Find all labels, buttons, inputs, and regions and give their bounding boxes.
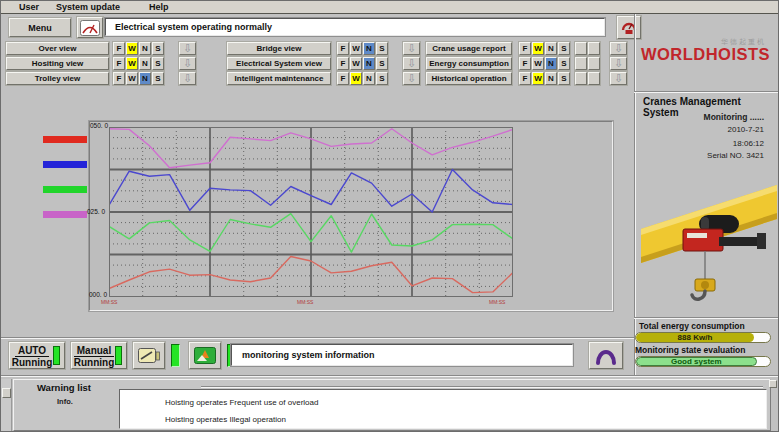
down-arrow-button-hositing-view[interactable]: ⇩ (179, 57, 196, 70)
toggle-blank-crane-usage-report[interactable] (575, 42, 587, 55)
down-arrow-button-trolley-view[interactable]: ⇩ (179, 72, 196, 85)
down-arrow-icon: ⇩ (614, 57, 623, 69)
xtick-right: MM:SS (489, 299, 505, 305)
menu-help[interactable]: Help (149, 2, 169, 12)
toggle-f-crane-usage-report[interactable]: F (519, 42, 531, 55)
view-button-bridge-view[interactable]: Bridge view (227, 42, 331, 55)
toggle-f-over-view[interactable]: F (113, 42, 125, 55)
manual-running-button[interactable]: Manual Running (71, 342, 127, 369)
toggle-n-hositing-view[interactable]: N (139, 57, 151, 70)
toggle-w-crane-usage-report[interactable]: W (532, 42, 544, 55)
toggle-s-hositing-view[interactable]: S (152, 57, 164, 70)
toggle-n-historical-operation[interactable]: N (545, 72, 557, 85)
toggle-blank-energy-consumption[interactable] (588, 57, 600, 70)
toggle-s-over-view[interactable]: S (152, 42, 164, 55)
manual-running-line2: Running (72, 357, 116, 368)
auto-running-line1: AUTO (15, 345, 49, 357)
toggle-s-electrical-system-view[interactable]: S (376, 57, 388, 70)
toggle-n-bridge-view[interactable]: N (363, 42, 375, 55)
toggle-blank-energy-consumption[interactable] (575, 57, 587, 70)
warning-list-box[interactable]: Hoisting operates Frequent use of overlo… (119, 389, 767, 429)
toggle-n-over-view[interactable]: N (139, 42, 151, 55)
toggle-n-energy-consumption[interactable]: N (545, 57, 557, 70)
down-arrow-button-historical-operation[interactable]: ⇩ (610, 72, 627, 85)
down-arrow-icon: ⇩ (614, 72, 623, 84)
toggle-w-intelligent-maintenance[interactable]: W (350, 72, 362, 85)
toggle-blank-crane-usage-report[interactable] (588, 42, 600, 55)
down-arrow-button-intelligent-maintenance[interactable]: ⇩ (403, 72, 420, 85)
toggle-s-intelligent-maintenance[interactable]: S (376, 72, 388, 85)
magnet-arc-button[interactable] (589, 342, 623, 369)
down-arrow-button-crane-usage-report[interactable]: ⇩ (610, 42, 627, 55)
toggle-s-crane-usage-report[interactable]: S (558, 42, 570, 55)
legend-swatch-current (43, 136, 87, 143)
logbook-icon-button[interactable] (77, 17, 103, 38)
right-panel-divider (634, 14, 636, 375)
down-arrow-button-over-view[interactable]: ⇩ (179, 42, 196, 55)
toggle-f-trolley-view[interactable]: F (113, 72, 125, 85)
manual-running-indicator (115, 346, 122, 365)
toggle-f-hositing-view[interactable]: F (113, 57, 125, 70)
menubar: User System update Help (1, 1, 779, 14)
time-text: 18:06:12 (733, 139, 764, 148)
toggle-n-crane-usage-report[interactable]: N (545, 42, 557, 55)
toggle-w-energy-consumption[interactable]: W (532, 57, 544, 70)
toggle-blank-historical-operation[interactable] (588, 72, 600, 85)
toggle-s-energy-consumption[interactable]: S (558, 57, 570, 70)
brand-logo: WORLDHOISTS (637, 45, 774, 64)
toggle-w-bridge-view[interactable]: W (350, 42, 362, 55)
view-button-electrical-system-view[interactable]: Electrical System view (227, 57, 331, 70)
view-button-energy-consumption[interactable]: Energy consumption (426, 57, 512, 70)
alarm-icon (194, 347, 216, 364)
view-button-over-view[interactable]: Over view (6, 42, 109, 55)
toggle-w-over-view[interactable]: W (126, 42, 138, 55)
toggle-f-historical-operation[interactable]: F (519, 72, 531, 85)
serial-number-text: Serial NO. 3421 (707, 151, 764, 160)
monitoring-info-field[interactable]: monitoring system information (231, 344, 573, 366)
toggle-s-bridge-view[interactable]: S (376, 42, 388, 55)
toggle-f-intelligent-maintenance[interactable]: F (337, 72, 349, 85)
state-evaluation-value: Good system (636, 357, 757, 366)
menu-system-update[interactable]: System update (56, 2, 120, 12)
toggle-f-bridge-view[interactable]: F (337, 42, 349, 55)
energy-consumption-bar: 888 Kw/h (635, 332, 771, 343)
logbook-icon (80, 20, 100, 36)
warning-scrollbar[interactable] (1, 379, 12, 432)
view-button-intelligent-maintenance[interactable]: Intelligent maintenance (227, 72, 331, 85)
warning-header-rule (201, 386, 763, 388)
divider-above-warning (1, 375, 779, 377)
down-arrow-button-energy-consumption[interactable]: ⇩ (610, 57, 627, 70)
down-arrow-button-electrical-system-view[interactable]: ⇩ (403, 57, 420, 70)
meter-icon-button[interactable] (133, 342, 165, 369)
warning-scrollbar-grip[interactable] (2, 388, 11, 398)
toggle-n-trolley-view[interactable]: N (139, 72, 151, 85)
toggle-n-electrical-system-view[interactable]: N (363, 57, 375, 70)
down-arrow-button-bridge-view[interactable]: ⇩ (403, 42, 420, 55)
toggle-w-hositing-view[interactable]: W (126, 57, 138, 70)
toggle-n-intelligent-maintenance[interactable]: N (363, 72, 375, 85)
toggle-blank-historical-operation[interactable] (575, 72, 587, 85)
toggle-f-energy-consumption[interactable]: F (519, 57, 531, 70)
menu-button[interactable]: Menu (9, 18, 71, 37)
view-button-historical-operation[interactable]: Historical operation (426, 72, 512, 85)
ytick-bottom: 000. 0 (89, 291, 109, 298)
menu-user[interactable]: User (19, 2, 39, 12)
toggle-w-electrical-system-view[interactable]: W (350, 57, 362, 70)
meter-icon (138, 347, 160, 364)
view-button-crane-usage-report[interactable]: Crane usage report (426, 42, 512, 55)
toggle-w-trolley-view[interactable]: W (126, 72, 138, 85)
gauge-icon-button[interactable] (617, 16, 641, 39)
toggle-f-electrical-system-view[interactable]: F (337, 57, 349, 70)
alarm-icon-button[interactable] (189, 342, 221, 369)
view-button-hositing-view[interactable]: Hositing view (6, 57, 109, 70)
auto-running-line2: Running (10, 357, 54, 368)
auto-running-button[interactable]: AUTO Running (9, 342, 65, 369)
toggle-s-trolley-view[interactable]: S (152, 72, 164, 85)
status-field[interactable]: Electrical system operating normally (105, 18, 605, 36)
energy-consumption-label: Total energy consumption (639, 321, 745, 331)
right-panel-groove-top (634, 91, 779, 93)
view-button-trolley-view[interactable]: Trolley view (6, 72, 109, 85)
warning-corner-grip[interactable] (769, 380, 777, 388)
toggle-s-historical-operation[interactable]: S (558, 72, 570, 85)
toggle-w-historical-operation[interactable]: W (532, 72, 544, 85)
